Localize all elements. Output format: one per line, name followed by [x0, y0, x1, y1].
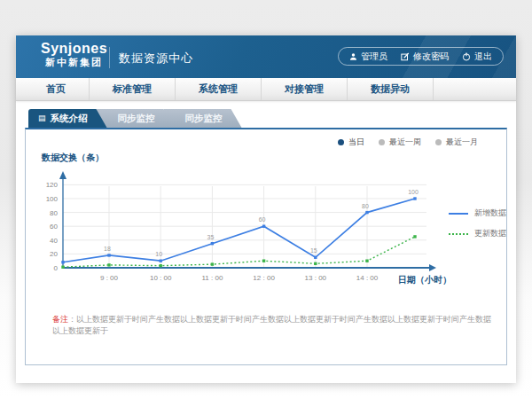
logo-text-en: Synjones [41, 41, 107, 57]
logout-button[interactable]: 退出 [462, 51, 492, 63]
tab-label: 系统介绍 [51, 113, 88, 125]
y-tick-label: 80 [50, 209, 58, 217]
x-tick-label: 9 : 00 [100, 274, 119, 282]
chart-svg: 0204060801001209 : 0010 : 0011 : 0012 : … [32, 163, 449, 294]
data-point [314, 262, 317, 265]
data-point-label: 10 [155, 251, 162, 257]
nav-item-interface-mgmt[interactable]: 对接管理 [262, 78, 348, 100]
legend-label: 新增数据 [474, 207, 506, 219]
page-title: 数据资源中心 [119, 51, 193, 66]
tab-bar: ▤ 系统介绍 同步监控 同步监控 [28, 109, 242, 128]
data-point [365, 211, 368, 214]
data-point [160, 260, 162, 262]
user-label: 管理员 [361, 51, 387, 63]
filter-last-month[interactable]: 最近一月 [435, 137, 478, 148]
chart-panel: 当日 最近一周 最近一月 数据交换（条） 0204060801001209 : … [25, 128, 507, 365]
data-point-label: 15 [310, 247, 317, 254]
data-point [61, 261, 64, 263]
data-point-label: 35 [207, 234, 215, 240]
x-tick-label: 10 : 00 [150, 274, 172, 282]
data-point-label: 80 [362, 203, 369, 209]
y-tick-label: 20 [50, 250, 58, 258]
user-menu[interactable]: 管理员 [349, 51, 387, 63]
header-divider [109, 47, 110, 68]
x-tick-label: 14 : 00 [356, 274, 379, 282]
tab-system-intro[interactable]: ▤ 系统介绍 [28, 109, 107, 128]
y-tick-label: 0 [54, 264, 59, 272]
power-icon [462, 52, 471, 61]
tab-label: 同步监控 [185, 113, 223, 125]
user-icon [349, 52, 357, 61]
legend-item-new-data[interactable]: 新增数据 [449, 207, 506, 219]
user-actions: 管理员 修改密码 退出 [338, 47, 504, 66]
footnote-text: ：以上数据更新于时间产生数据以上数据更新于时间产生数据以上数据更新于时间产生数据… [52, 315, 491, 335]
main-nav: 首页 标准管理 系统管理 对接管理 数据异动 [16, 78, 516, 101]
x-axis-arrow-icon [429, 264, 436, 271]
data-point [262, 225, 265, 228]
series-line [63, 237, 415, 267]
radio-dot-icon [338, 139, 344, 145]
filter-today[interactable]: 当日 [338, 137, 364, 148]
filter-label: 当日 [348, 137, 364, 148]
y-axis-title: 数据交换（条） [42, 152, 104, 164]
data-point-label: 60 [259, 216, 266, 223]
footnote: 备注：以上数据更新于时间产生数据以上数据更新于时间产生数据以上数据更新于时间产生… [52, 314, 492, 337]
filter-label: 最近一月 [446, 137, 478, 148]
data-point [160, 264, 162, 267]
y-tick-label: 60 [50, 223, 58, 231]
time-range-filters: 当日 最近一周 最近一月 [338, 137, 478, 148]
nav-item-data-change[interactable]: 数据异动 [348, 78, 434, 100]
data-point [413, 197, 416, 200]
x-tick-label: 13 : 00 [305, 274, 327, 282]
x-axis-title: 日期（小时） [398, 274, 451, 286]
tab-sync-monitor-1[interactable]: 同步监控 [97, 109, 175, 128]
legend-label: 更新数据 [474, 228, 506, 239]
data-point-label: 18 [104, 246, 111, 252]
data-point [61, 266, 64, 269]
data-point [107, 263, 110, 266]
x-tick-label: 11 : 00 [201, 274, 223, 282]
app-window: Synjones 新中新集团 数据资源中心 管理员 修改密码 退出 首页 标准管… [16, 35, 516, 383]
y-tick-label: 40 [50, 237, 58, 245]
nav-item-home[interactable]: 首页 [23, 78, 90, 100]
header: Synjones 新中新集团 数据资源中心 管理员 修改密码 退出 [16, 35, 516, 78]
nav-item-system-mgmt[interactable]: 系统管理 [176, 78, 262, 100]
data-point [314, 256, 317, 259]
series-legend: 新增数据 更新数据 [449, 207, 506, 239]
radio-dot-icon [435, 139, 442, 145]
y-tick-label: 120 [46, 181, 59, 189]
x-tick-label: 12 : 00 [253, 274, 275, 282]
logo: Synjones 新中新集团 [41, 41, 107, 68]
y-axis-arrow-icon [59, 171, 66, 179]
tab-label: 同步监控 [118, 113, 155, 125]
dotted-line-swatch-icon [449, 233, 468, 235]
radio-dot-icon [379, 139, 385, 145]
edit-icon [401, 52, 410, 61]
change-password-label: 修改密码 [413, 51, 449, 63]
data-point-label: 100 [408, 189, 419, 195]
data-point [211, 262, 214, 265]
logout-label: 退出 [474, 51, 492, 63]
document-icon: ▤ [38, 114, 46, 122]
data-point [107, 254, 110, 256]
change-password-button[interactable]: 修改密码 [401, 51, 449, 63]
data-point [262, 260, 265, 262]
nav-item-standard-mgmt[interactable]: 标准管理 [90, 78, 176, 100]
filter-last-week[interactable]: 最近一周 [379, 137, 421, 148]
tab-sync-monitor-2[interactable]: 同步监控 [164, 109, 242, 128]
data-point [365, 260, 368, 262]
line-chart: 0204060801001209 : 0010 : 0011 : 0012 : … [32, 163, 449, 294]
data-point [413, 235, 416, 238]
grid [63, 184, 426, 268]
footnote-label: 备注 [52, 315, 68, 324]
filter-label: 最近一周 [389, 137, 421, 148]
solid-line-swatch-icon [449, 213, 468, 215]
legend-item-updated-data[interactable]: 更新数据 [449, 228, 506, 239]
y-tick-label: 100 [46, 195, 59, 203]
data-point [211, 242, 214, 245]
logo-text-cn: 新中新集团 [41, 57, 107, 68]
